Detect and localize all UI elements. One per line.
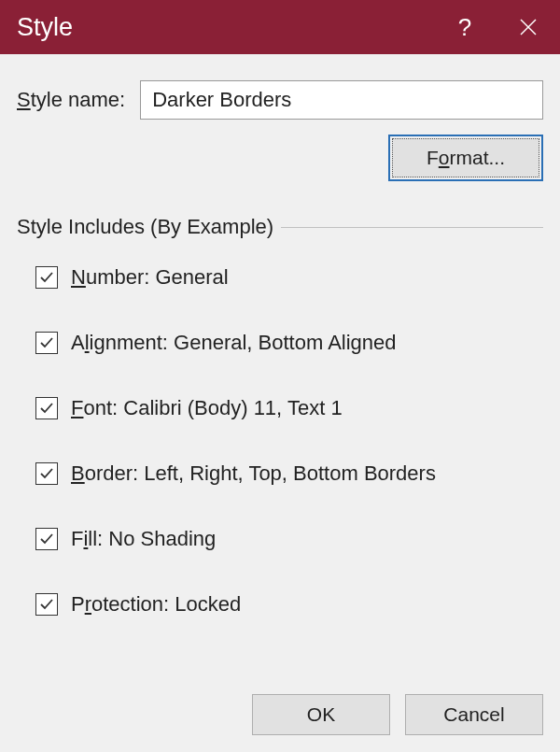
check-fill: Fill: No Shading [35,527,543,551]
cancel-button[interactable]: Cancel [405,694,543,735]
check-number-checkbox[interactable] [35,266,58,289]
format-button-focus: Format... [388,135,543,181]
check-number-label: Number: General [71,265,229,290]
style-name-input[interactable] [140,80,543,120]
help-button[interactable]: ? [433,0,497,54]
style-name-label: Style name: [17,88,125,112]
check-alignment-label: Alignment: General, Bottom Aligned [71,331,397,355]
check-alignment-checkbox[interactable] [35,332,58,354]
check-border-checkbox[interactable] [35,462,58,485]
check-protection-checkbox[interactable] [35,593,58,616]
close-button[interactable] [497,0,560,54]
ok-button[interactable]: OK [252,694,390,735]
group-label: Style Includes (By Example) [17,215,273,239]
dialog-footer: OK Cancel [0,677,560,752]
checkmark-icon [38,269,55,286]
dialog-body: Style name: Format... Style Includes (By… [0,54,560,677]
check-protection-label: Protection: Locked [71,592,241,617]
check-alignment: Alignment: General, Bottom Aligned [35,331,543,355]
dialog-title: Style [17,13,433,42]
checkmark-icon [38,465,55,482]
close-icon [519,18,538,36]
style-name-row: Style name: [17,80,543,120]
check-fill-label: Fill: No Shading [71,527,216,551]
check-font: Font: Calibri (Body) 11, Text 1 [35,396,543,420]
style-dialog: Style ? Style name: Format... Style Incl… [0,0,560,752]
group-divider [281,227,543,228]
check-border-label: Border: Left, Right, Top, Bottom Borders [71,461,436,486]
checkmark-icon [38,596,55,613]
check-fill-checkbox[interactable] [35,528,58,550]
check-protection: Protection: Locked [35,592,543,617]
check-border: Border: Left, Right, Top, Bottom Borders [35,461,543,486]
checkmark-icon [38,334,55,351]
format-row: Format... [17,135,543,181]
check-font-label: Font: Calibri (Body) 11, Text 1 [71,396,343,420]
format-button[interactable]: Format... [392,138,539,177]
style-includes-list: Number: General Alignment: General, Bott… [17,265,543,617]
help-icon: ? [458,13,471,42]
check-number: Number: General [35,265,543,290]
checkmark-icon [38,400,55,417]
titlebar: Style ? [0,0,560,54]
check-font-checkbox[interactable] [35,397,58,419]
group-header: Style Includes (By Example) [17,215,543,239]
checkmark-icon [38,531,55,547]
